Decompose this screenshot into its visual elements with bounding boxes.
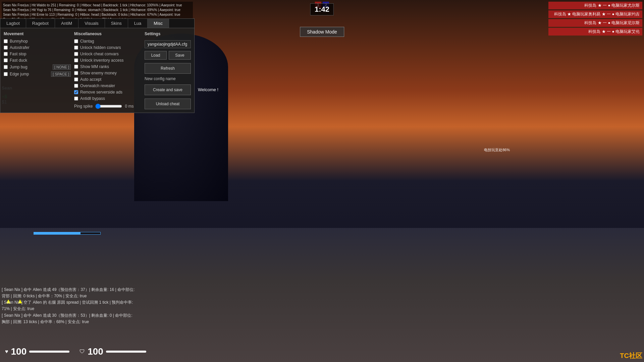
tab-skins[interactable]: Skins [105,19,128,28]
right-panel-player-2: 科技岛 ★ 电脑玩家奥利易 ★ 一 ● 电脑玩家约吉 [548,10,642,18]
logo: TC社区 [620,351,642,360]
antidll-label: Antidll bypass [80,96,105,101]
create-save-button[interactable]: Create and save [145,84,191,95]
top-hud: 1 1:42 2 [0,0,644,17]
settings-header: Settings [145,32,191,36]
jump-bug-item: Jump bug [ NONE ] [4,64,71,70]
load-button[interactable]: Load [145,51,167,60]
right-panel-player-1: 科技岛 ★ 一 ● 电脑玩家尤尔斯 [548,2,642,9]
bottom-hud: ♥ 100 🛡 100 [0,328,644,362]
tab-misc[interactable]: Misc [148,19,169,28]
unlock-cheat-item: Unlock cheat convars [74,52,141,56]
stat-bar-area: ♥ 100 🛡 100 [5,346,146,357]
chat-line-5: [ Sean Nix ] 命中 Allen 造成 30（预估伤害：53）| 剩余… [2,312,149,319]
auto-accept-item: Auto accept [74,77,141,82]
autostrafer-label: Autostrafer [10,45,30,50]
fast-stop-checkbox[interactable] [4,52,8,56]
misc-header: Miscellaneous [74,32,141,36]
right-panel: 科技岛 ★ 一 ● 电脑玩家尤尔斯 科技岛 ★ 电脑玩家奥利易 ★ 一 ● 电脑… [548,2,642,36]
misc-column: Miscellaneous Clantag Unlock hidden conv… [74,32,141,109]
remove-ads-item: Remove serverside ads [74,90,141,95]
settings-column: Settings Load Save Refresh New config na… [145,32,191,109]
ping-spike-slider[interactable] [95,104,122,109]
show-enemy-money-label: Show enemy money [80,71,117,75]
tab-visuals[interactable]: Visuals [78,19,105,28]
tab-bar: Lagbot Ragebot AntiM Visuals Skins Lua M… [0,19,194,28]
menu-body: Movement Bunnyhop Autostrafer Fast stop … [0,28,194,113]
edge-jump-keybind[interactable]: [ SPACE ] [51,71,71,77]
ping-spike-row: Ping spike 0 ms [74,104,141,109]
unlock-cheat-label: Unlock cheat convars [80,52,119,56]
health-icon: ♥ [5,349,8,355]
movement-column: Movement Bunnyhop Autostrafer Fast stop … [4,32,71,109]
right-panel-player-3: 科技岛 ★ 一 ● 电脑玩家尼尔斯 [548,19,642,27]
chat-line-6: 胸部 | 回溯: 13 ticks | 命中率：68% | 安全点: true [2,319,149,325]
health-bar-fill [29,351,69,353]
shadow-mode-button[interactable]: Shadow Mode [300,27,344,37]
config-name-input[interactable] [145,40,191,48]
tab-lagbot[interactable]: Lagbot [0,19,26,28]
fast-stop-label: Fast stop [10,52,26,56]
jump-bug-label: Jump bug [10,65,28,69]
world-health-bar-fill [34,232,80,234]
remove-ads-checkbox[interactable] [74,90,78,94]
ping-spike-value: 0 ms [125,104,133,109]
cheat-menu: Lagbot Ragebot AntiM Visuals Skins Lua M… [0,18,195,113]
new-config-label: New config name [145,76,191,81]
unlock-hidden-label: Unlock hidden convars [80,45,121,50]
tab-ragebot[interactable]: Ragebot [26,19,55,28]
armor-stat: 🛡 100 [79,346,146,357]
overwatch-checkbox[interactable] [74,84,78,88]
armor-bar-fill [106,351,146,353]
health-bar [29,351,69,353]
auto-accept-checkbox[interactable] [74,77,78,81]
overwatch-label: Overwatch revealer [80,83,115,88]
overwatch-item: Overwatch revealer [74,83,141,88]
welcome-text: Welcome ! [198,87,218,92]
show-enemy-money-checkbox[interactable] [74,71,78,75]
autostrafer-checkbox[interactable] [4,46,8,50]
armor-value: 100 [88,346,103,357]
chat-line-4: 71% | 安全点: true [2,306,149,312]
auto-accept-label: Auto accept [80,77,101,82]
armor-icon: 🛡 [79,349,85,355]
unload-cheat-button[interactable]: Unload cheat [145,99,191,109]
bunnyhop-label: Bunnyhop [10,39,28,44]
jump-bug-keybind[interactable]: [ NONE ] [53,64,71,70]
edge-jump-label: Edge jump [10,72,29,76]
world-health-bar [34,232,101,235]
unlock-inventory-label: Unlock inventory access [80,58,123,63]
save-button[interactable]: Save [169,51,191,60]
fast-duck-checkbox[interactable] [4,58,8,62]
unlock-hidden-item: Unlock hidden convars [74,45,141,50]
clantag-checkbox[interactable] [74,39,78,43]
show-mm-ranks-item: Show MM ranks [74,64,141,69]
tab-lua[interactable]: Lua [128,19,148,28]
jump-bug-checkbox[interactable] [4,65,8,69]
show-enemy-money-item: Show enemy money [74,71,141,75]
edge-jump-checkbox[interactable] [4,72,8,76]
bunnyhop-item: Bunnyhop [4,39,71,44]
chat-line-2: 背部 | 回溯: 0 ticks | 命中率：70% | 安全点: true [2,293,149,299]
chat-area: [ Sean Nix ] 命中 Allen 造成 49（预估伤害：37）| 剩余… [2,287,149,325]
antidll-checkbox[interactable] [74,97,78,101]
fast-duck-label: Fast duck [10,58,27,63]
edge-jump-item: Edge jump [ SPACE ] [4,71,71,77]
game-timer: 1:42 [310,3,334,15]
enemy-info: 电技玩至处86% [484,147,510,153]
chat-line-3: [ Sean Nix ] 空了 Allen 的 右腿 原因 spread | 尝… [2,299,149,306]
show-mm-label: Show MM ranks [80,64,109,69]
armor-bar [106,351,146,353]
show-mm-checkbox[interactable] [74,65,78,69]
unlock-inventory-checkbox[interactable] [74,58,78,62]
unlock-inventory-item: Unlock inventory access [74,58,141,63]
right-panel-player-4: 科技岛 ★ 一 ● 电脑玩家艾伦 [548,28,642,36]
refresh-button[interactable]: Refresh [145,63,191,74]
fast-duck-item: Fast duck [4,58,71,63]
movement-header: Movement [4,32,71,36]
unlock-hidden-checkbox[interactable] [74,46,78,50]
unlock-cheat-checkbox[interactable] [74,52,78,56]
bunnyhop-checkbox[interactable] [4,39,8,43]
ping-spike-label: Ping spike [74,104,93,109]
tab-antim[interactable]: AntiM [55,19,78,28]
